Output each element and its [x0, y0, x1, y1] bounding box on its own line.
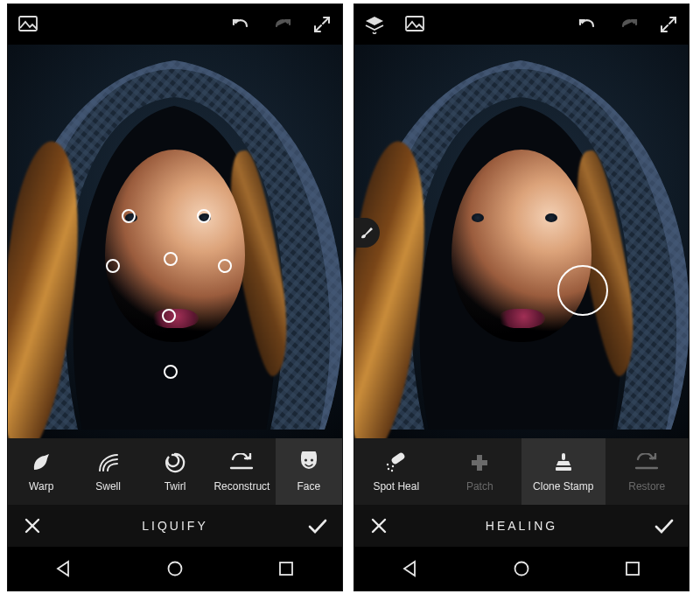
face-handle-eye-left[interactable] — [122, 209, 136, 223]
svg-line-1 — [323, 17, 329, 24]
svg-point-7 — [304, 458, 307, 461]
clone-stamp-icon — [552, 451, 575, 475]
svg-line-17 — [662, 25, 668, 31]
svg-marker-11 — [58, 562, 68, 576]
brush-icon — [359, 225, 374, 241]
android-navbar — [354, 547, 689, 591]
restore-icon — [634, 451, 660, 475]
tool-label: Face — [297, 480, 320, 493]
apply-button[interactable] — [640, 505, 689, 547]
apply-button[interactable] — [293, 505, 342, 547]
tool-label: Twirl — [164, 480, 186, 493]
svg-line-16 — [669, 17, 676, 24]
nav-recent-button[interactable] — [260, 547, 312, 591]
face-handle-cheek-right[interactable] — [218, 259, 232, 273]
svg-marker-33 — [404, 562, 415, 576]
warp-icon — [30, 451, 52, 475]
svg-point-25 — [392, 465, 394, 467]
svg-point-23 — [391, 470, 393, 472]
tool-row: Warp Swell Twirl Reconstruct — [8, 438, 342, 505]
nav-recent-button[interactable] — [606, 547, 659, 591]
tool-label: Warp — [29, 480, 53, 493]
fullscreen-button[interactable] — [648, 4, 689, 45]
eye-illustration — [472, 213, 484, 222]
mode-bar: LIQUIFY — [8, 505, 342, 547]
brush-cursor[interactable] — [557, 265, 608, 316]
cancel-button[interactable] — [8, 505, 57, 547]
top-toolbar — [8, 4, 342, 45]
tool-twirl[interactable]: Twirl — [142, 438, 208, 505]
svg-point-12 — [168, 563, 181, 576]
face-handle-cheek-left[interactable] — [106, 259, 120, 273]
svg-point-8 — [311, 458, 313, 461]
svg-point-34 — [514, 563, 528, 576]
svg-marker-14 — [366, 17, 383, 25]
tool-clone-stamp[interactable]: Clone Stamp — [522, 438, 606, 505]
nav-back-button[interactable] — [38, 547, 90, 591]
tool-label: Clone Stamp — [533, 480, 593, 493]
svg-rect-0 — [19, 17, 37, 31]
face-handle-eye-right[interactable] — [197, 209, 211, 223]
tool-label: Spot Heal — [373, 480, 419, 493]
mode-title: HEALING — [403, 519, 640, 533]
svg-rect-21 — [390, 451, 406, 465]
photo-canvas[interactable] — [354, 45, 689, 438]
tool-label: Swell — [95, 480, 121, 493]
tool-face[interactable]: Face — [276, 438, 342, 505]
lips-illustration — [498, 309, 545, 328]
tool-label: Reconstruct — [214, 480, 270, 493]
twirl-icon — [164, 451, 186, 475]
svg-point-24 — [387, 464, 388, 465]
tool-label: Restore — [628, 480, 665, 493]
svg-rect-15 — [406, 17, 424, 31]
svg-rect-27 — [477, 455, 482, 471]
tool-row: Spot Heal Patch Clone Stamp Restore — [354, 438, 689, 505]
top-toolbar — [354, 4, 689, 45]
face-icon — [298, 451, 320, 475]
svg-rect-13 — [280, 563, 292, 575]
phone-screen-healing: Spot Heal Patch Clone Stamp Restore — [354, 3, 690, 591]
nav-back-button[interactable] — [384, 547, 437, 591]
redo-button-disabled — [262, 4, 302, 45]
spot-heal-icon — [384, 451, 409, 475]
tool-reconstruct[interactable]: Reconstruct — [208, 438, 275, 505]
mode-bar: HEALING — [354, 505, 689, 547]
phone-screen-liquify: Warp Swell Twirl Reconstruct — [7, 3, 343, 591]
cancel-button[interactable] — [354, 505, 403, 547]
svg-rect-28 — [562, 453, 565, 460]
layers-button[interactable] — [354, 4, 395, 45]
image-picker-button[interactable] — [395, 4, 435, 45]
face-handle-mouth[interactable] — [162, 309, 176, 323]
undo-button[interactable] — [221, 4, 262, 45]
mode-title: LIQUIFY — [57, 519, 293, 533]
swell-icon — [96, 451, 121, 475]
redo-button-disabled — [608, 4, 648, 45]
tool-label: Patch — [466, 480, 494, 493]
android-navbar — [8, 547, 342, 591]
nav-home-button[interactable] — [495, 547, 548, 591]
fullscreen-button[interactable] — [302, 4, 342, 45]
svg-point-22 — [388, 468, 389, 470]
tool-restore-disabled: Restore — [606, 438, 690, 505]
tool-swell[interactable]: Swell — [74, 438, 141, 505]
svg-line-2 — [315, 25, 321, 31]
tool-spot-heal[interactable]: Spot Heal — [354, 438, 438, 505]
svg-rect-29 — [556, 467, 571, 471]
svg-rect-35 — [626, 563, 639, 575]
patch-icon — [469, 451, 490, 475]
nav-home-button[interactable] — [149, 547, 201, 591]
tool-patch-disabled: Patch — [438, 438, 522, 505]
undo-button[interactable] — [568, 4, 608, 45]
reconstruct-icon — [228, 451, 255, 475]
photo-canvas[interactable] — [8, 45, 342, 438]
face-handle-chin[interactable] — [164, 365, 178, 379]
image-picker-button[interactable] — [8, 4, 48, 45]
tool-warp[interactable]: Warp — [8, 438, 74, 505]
eye-illustration — [545, 213, 557, 222]
face-handle-nose[interactable] — [164, 252, 178, 266]
